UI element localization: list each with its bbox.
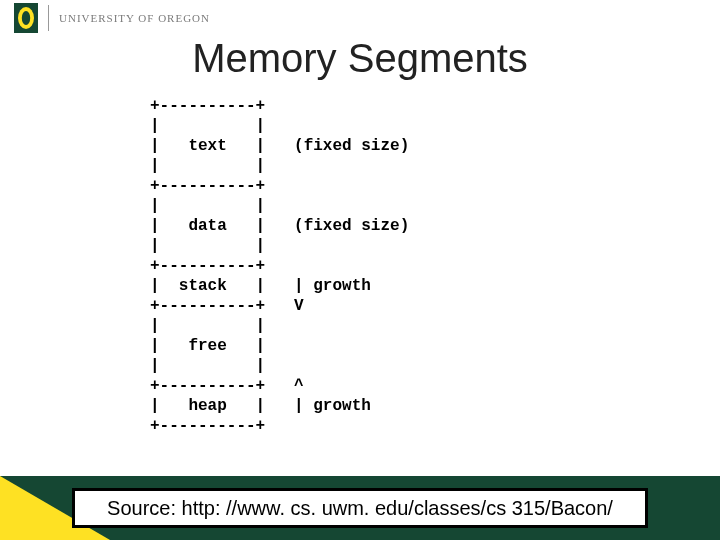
source-citation: Source: http: //www. cs. uwm. edu/classe… xyxy=(72,488,648,528)
svg-point-2 xyxy=(22,11,30,25)
memory-diagram: +----------+ | | | text | (fixed size) |… xyxy=(150,96,409,436)
slide: UNIVERSITY OF OREGON Memory Segments +--… xyxy=(0,0,720,540)
header-bar: UNIVERSITY OF OREGON xyxy=(0,0,720,36)
slide-title: Memory Segments xyxy=(0,36,720,81)
header-divider xyxy=(48,5,49,31)
uo-logo-icon xyxy=(14,3,38,33)
university-name: UNIVERSITY OF OREGON xyxy=(59,12,210,24)
source-text: Source: http: //www. cs. uwm. edu/classe… xyxy=(107,497,613,520)
